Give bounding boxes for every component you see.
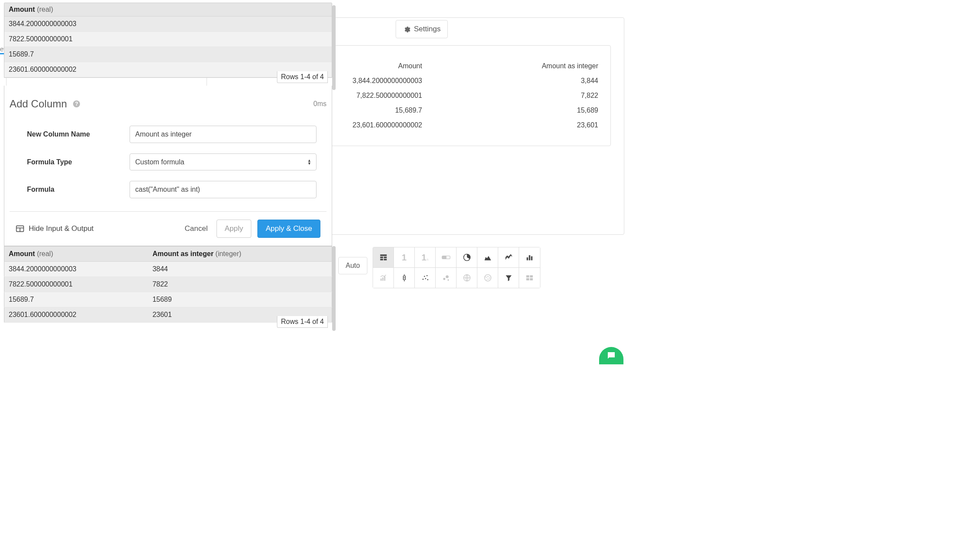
input-preview-table: Amount (real) 3844.2000000000003 7822.50… — [4, 3, 332, 78]
chart-progress-icon[interactable] — [436, 247, 457, 267]
chart-combo-icon[interactable] — [373, 268, 394, 288]
svg-rect-24 — [526, 278, 530, 280]
scrollbar[interactable] — [332, 5, 336, 90]
svg-point-17 — [443, 278, 445, 280]
svg-rect-22 — [526, 275, 530, 277]
formula-input[interactable] — [130, 181, 317, 198]
svg-point-12 — [422, 279, 423, 280]
hide-io-toggle[interactable]: Hide Input & Output — [16, 224, 93, 233]
cancel-button[interactable]: Cancel — [182, 220, 210, 237]
svg-rect-6 — [382, 277, 383, 281]
chart-pie-icon[interactable] — [457, 247, 477, 267]
chart-choropleth-icon[interactable] — [477, 268, 498, 288]
input-rows-counter: Rows 1-4 of 4 — [277, 71, 328, 83]
output-col1-header[interactable]: Amount (real) — [4, 247, 148, 262]
gear-icon — [403, 26, 410, 33]
chart-type-toolbar: 1 1▴ — [373, 247, 540, 288]
chat-icon — [606, 350, 616, 361]
svg-point-14 — [425, 278, 426, 279]
settings-button[interactable]: Settings — [396, 20, 448, 38]
chart-cohort-icon[interactable] — [519, 268, 540, 288]
output-rows-counter: Rows 1-4 of 4 — [277, 316, 328, 328]
list-item: 15689.7 — [4, 47, 332, 62]
table-row: 3844.20000000000033844 — [4, 262, 332, 277]
table-row: 7822.5000000000017822 — [4, 277, 332, 292]
chart-bar-icon[interactable] — [519, 247, 540, 267]
svg-point-21 — [484, 275, 491, 281]
apply-close-button[interactable]: Apply & Close — [257, 220, 320, 238]
list-item: 7822.500000000001 — [4, 32, 332, 47]
chart-boxplot-icon[interactable] — [394, 268, 415, 288]
list-item: 3844.2000000000003 — [4, 17, 332, 32]
svg-rect-7 — [384, 277, 385, 281]
formula-label: Formula — [27, 186, 130, 193]
table-row: 15689.715689 — [4, 292, 332, 307]
svg-rect-23 — [530, 275, 533, 277]
chart-number-icon[interactable]: 1 — [394, 247, 415, 267]
svg-rect-3 — [529, 255, 530, 260]
chart-bubble-icon[interactable] — [436, 268, 457, 288]
dialog-title: Add Column ? — [10, 98, 80, 110]
svg-point-19 — [447, 279, 449, 280]
svg-point-15 — [426, 275, 427, 277]
column-name-label: New Column Name — [27, 130, 130, 138]
result-header-amount-int[interactable]: Amount as integer — [427, 59, 603, 73]
chart-table-icon[interactable] — [373, 247, 394, 267]
output-col2-header[interactable]: Amount as integer (integer) — [148, 247, 332, 262]
input-col-header[interactable]: Amount (real) — [4, 3, 332, 17]
chart-scatter-icon[interactable] — [415, 268, 436, 288]
svg-point-13 — [424, 276, 425, 277]
settings-label: Settings — [414, 25, 440, 33]
svg-rect-2 — [526, 257, 528, 260]
scrollbar[interactable] — [332, 246, 336, 331]
svg-point-16 — [427, 279, 428, 280]
output-preview-table: Amount (real) Amount as integer (integer… — [4, 246, 332, 323]
chart-line-icon[interactable] — [498, 247, 519, 267]
chat-launcher[interactable] — [599, 347, 623, 364]
auto-button[interactable]: Auto — [338, 257, 367, 274]
add-column-dialog: Amount (real) 3844.2000000000003 7822.50… — [4, 3, 332, 323]
svg-rect-4 — [531, 257, 532, 260]
column-name-input[interactable] — [130, 126, 317, 143]
chart-area-icon[interactable] — [477, 247, 498, 267]
help-icon[interactable]: ? — [73, 100, 80, 107]
formula-type-select[interactable]: Custom formula — [130, 153, 317, 170]
elapsed-time: 0ms — [313, 100, 327, 108]
chart-globe-icon[interactable] — [457, 268, 477, 288]
formula-type-label: Formula Type — [27, 158, 130, 166]
svg-rect-25 — [530, 278, 533, 280]
svg-point-18 — [446, 275, 449, 278]
apply-button[interactable]: Apply — [217, 220, 252, 238]
chart-funnel-icon[interactable] — [498, 268, 519, 288]
table-icon — [16, 225, 24, 233]
chart-number-trend-icon[interactable]: 1▴ — [415, 247, 436, 267]
svg-rect-1 — [442, 256, 446, 259]
svg-rect-5 — [380, 279, 382, 281]
